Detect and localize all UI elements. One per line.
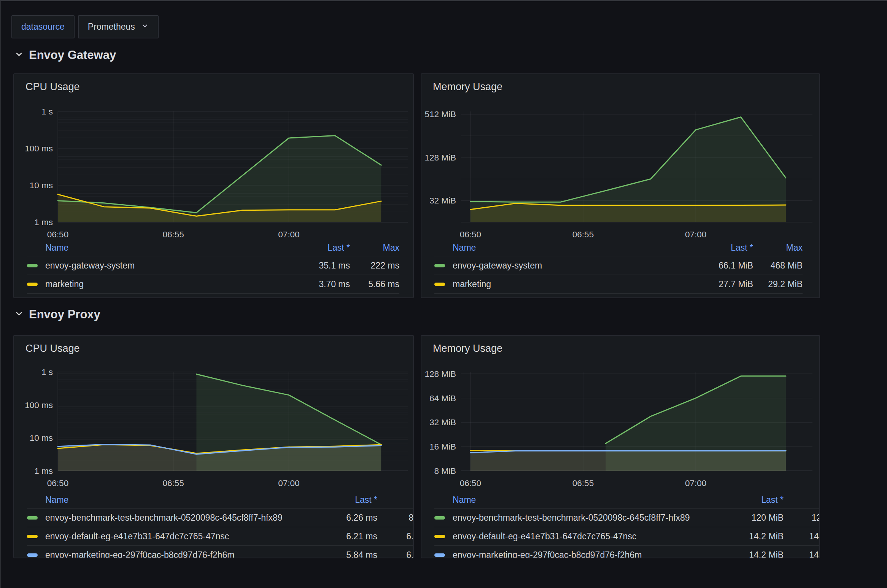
x-axis-tick-label: 06:50 [47, 230, 68, 239]
y-axis-tick-label: 100 ms [25, 144, 53, 153]
legend-series-name[interactable]: envoy-marketing-eg-297f0cac-b8cd97d76-f2… [453, 550, 715, 559]
chevron-down-icon [141, 22, 149, 32]
legend-series-name[interactable]: envoy-gateway-system [453, 261, 685, 271]
legend-series-name[interactable]: marketing [453, 279, 685, 289]
legend-row: envoy-default-eg-e41e7b31-647dc7c765-47n… [434, 527, 820, 546]
legend-header-name[interactable]: Name [45, 243, 281, 253]
section-title: Envoy Gateway [29, 48, 116, 62]
y-axis-tick-label: 10 ms [30, 181, 53, 190]
legend-row: envoy-benchmark-test-benchmark-0520098c-… [434, 509, 820, 527]
panel-proxy-cpu-usage: CPU Usage 1 s100 ms10 ms1 ms06:5006:5507… [13, 335, 414, 558]
legend-series-name[interactable]: envoy-marketing-eg-297f0cac-b8cd97d76-f2… [45, 550, 309, 559]
panel-title[interactable]: Memory Usage [433, 343, 502, 354]
legend-last-value: 6.26 ms [316, 513, 377, 523]
gateway-memory-chart[interactable]: 512 MiB128 MiB32 MiB06:5006:5507:00 [421, 97, 820, 242]
legend-max-value: 14.2 MiB [791, 531, 820, 542]
legend-series-name[interactable]: envoy-benchmark-test-benchmark-0520098c-… [45, 513, 309, 523]
gateway-cpu-chart[interactable]: 1 s100 ms10 ms1 ms06:5006:5507:00 [14, 97, 414, 242]
x-axis-tick-label: 07:00 [685, 478, 706, 488]
section-title: Envoy Proxy [29, 308, 100, 321]
legend-last-value: 35.1 ms [289, 261, 350, 271]
legend-header-max[interactable]: Max [385, 495, 414, 505]
legend-max-value: 120 MiB [791, 513, 820, 523]
y-axis-tick-label: 512 MiB [424, 110, 456, 119]
y-axis-tick-label: 1 s [41, 367, 53, 377]
datasource-dropdown-value: Prometheus [88, 22, 135, 32]
legend-max-value: 5.66 ms [358, 279, 399, 289]
legend-header-row: NameLast *Max [27, 240, 399, 256]
legend-series-name[interactable]: marketing [45, 279, 281, 289]
panel-title[interactable]: CPU Usage [25, 343, 80, 354]
gateway-memory-legend: NameLast *Maxenvoy-gateway-system66.1 Mi… [421, 240, 819, 294]
y-axis-tick-label: 100 ms [25, 400, 53, 410]
section-header-envoy-proxy[interactable]: Envoy Proxy [14, 308, 100, 321]
legend-series-name[interactable]: envoy-default-eg-e41e7b31-647dc7c765-47n… [453, 531, 715, 542]
legend-header-row: NameLast *Max [434, 492, 820, 509]
legend-last-value: 120 MiB [723, 513, 784, 523]
legend-header-name[interactable]: Name [45, 495, 309, 505]
y-axis-tick-label: 8 MiB [434, 466, 456, 476]
legend-header-max[interactable]: Max [358, 243, 399, 253]
legend-header-last[interactable]: Last * [723, 495, 784, 505]
chart-svg: 1 s100 ms10 ms1 ms06:5006:5507:00 [14, 97, 414, 241]
y-axis-tick-label: 1 ms [34, 466, 53, 476]
y-axis-tick-label: 128 MiB [424, 369, 456, 379]
series-color-pill[interactable] [434, 535, 445, 538]
legend-row: envoy-gateway-system66.1 MiB468 MiB [434, 256, 803, 275]
series-color-pill[interactable] [434, 553, 445, 557]
legend-last-value: 14.2 MiB [723, 550, 784, 559]
legend-header-last[interactable]: Last * [316, 495, 377, 505]
x-axis-tick-label: 06:55 [162, 230, 184, 239]
legend-header-last[interactable]: Last * [289, 243, 350, 253]
x-axis-tick-label: 07:00 [278, 230, 299, 239]
legend-max-value: 468 MiB [761, 261, 803, 271]
template-variable-group: datasource Prometheus [11, 15, 159, 38]
series-color-pill[interactable] [27, 516, 38, 520]
datasource-dropdown[interactable]: Prometheus [78, 15, 159, 38]
proxy-memory-chart[interactable]: 128 MiB64 MiB32 MiB16 MiB8 MiB06:5006:55… [421, 359, 820, 491]
chart-svg: 1 s100 ms10 ms1 ms06:5006:5507:00 [14, 359, 414, 490]
y-axis-tick-label: 10 ms [30, 433, 53, 443]
panel-title[interactable]: CPU Usage [25, 81, 80, 93]
legend-max-value: 14.2 MiB [791, 550, 820, 559]
series-color-pill[interactable] [434, 283, 445, 286]
y-axis-tick-label: 32 MiB [429, 418, 456, 427]
legend-max-value: 6.23 ms [385, 531, 414, 542]
series-area [471, 451, 786, 471]
panel-title[interactable]: Memory Usage [433, 81, 502, 93]
y-axis-tick-label: 128 MiB [424, 153, 456, 162]
legend-series-name[interactable]: envoy-default-eg-e41e7b31-647dc7c765-47n… [45, 531, 309, 542]
legend-series-name[interactable]: envoy-benchmark-test-benchmark-0520098c-… [453, 513, 715, 523]
legend-header-max[interactable]: Max [761, 243, 803, 253]
legend-row: marketing27.7 MiB29.2 MiB [434, 275, 803, 294]
series-color-pill[interactable] [434, 264, 445, 267]
proxy-cpu-chart[interactable]: 1 s100 ms10 ms1 ms06:5006:5507:00 [14, 359, 414, 491]
x-axis-tick-label: 06:55 [572, 478, 594, 488]
legend-row: envoy-gateway-system35.1 ms222 ms [27, 256, 399, 275]
y-axis-tick-label: 32 MiB [429, 196, 456, 205]
legend-row: envoy-marketing-eg-297f0cac-b8cd97d76-f2… [434, 546, 820, 558]
legend-last-value: 14.2 MiB [723, 531, 784, 542]
legend-header-name[interactable]: Name [453, 495, 715, 505]
series-color-pill[interactable] [27, 283, 38, 286]
legend-max-value: 6.33 ms [385, 550, 414, 559]
proxy-cpu-legend: NameLast *Maxenvoy-benchmark-test-benchm… [14, 492, 414, 558]
chart-svg: 512 MiB128 MiB32 MiB06:5006:5507:00 [421, 97, 820, 241]
series-color-pill[interactable] [27, 264, 38, 267]
datasource-variable-label: datasource [11, 15, 75, 38]
legend-header-last[interactable]: Last * [692, 243, 753, 253]
x-axis-tick-label: 07:00 [278, 478, 299, 488]
series-color-pill[interactable] [434, 516, 445, 520]
x-axis-tick-label: 06:50 [460, 230, 481, 239]
x-axis-tick-label: 06:55 [162, 478, 184, 488]
legend-series-name[interactable]: envoy-gateway-system [45, 261, 281, 271]
series-color-pill[interactable] [27, 553, 38, 557]
gateway-cpu-legend: NameLast *Maxenvoy-gateway-system35.1 ms… [14, 240, 413, 294]
series-color-pill[interactable] [27, 535, 38, 538]
legend-header-row: NameLast *Max [434, 240, 803, 256]
legend-header-name[interactable]: Name [453, 243, 685, 253]
legend-header-max[interactable]: Max [791, 495, 820, 505]
y-axis-tick-label: 64 MiB [429, 394, 456, 403]
y-axis-tick-label: 16 MiB [429, 442, 456, 451]
section-header-envoy-gateway[interactable]: Envoy Gateway [14, 48, 116, 62]
